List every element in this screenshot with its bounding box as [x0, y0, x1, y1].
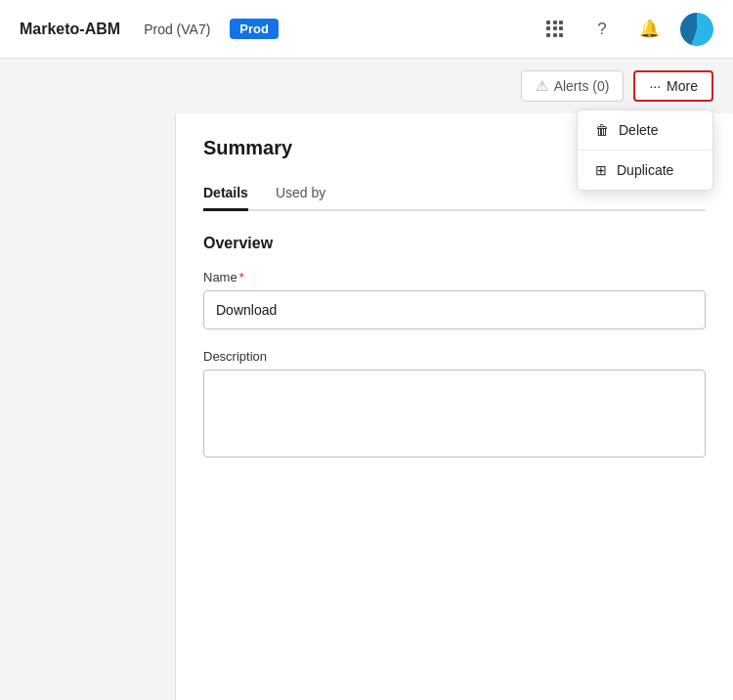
- name-field-group: Name*: [203, 270, 706, 349]
- alerts-label: Alerts (0): [554, 78, 610, 94]
- warning-icon: ⚠: [536, 77, 548, 95]
- description-input[interactable]: [203, 370, 706, 458]
- sidebar: [0, 113, 176, 700]
- ellipsis-icon: ···: [649, 78, 661, 94]
- tab-used-by-label: Used by: [276, 185, 325, 200]
- brand-label: Marketo-ABM: [20, 21, 120, 38]
- duplicate-menu-item[interactable]: ⊞ Duplicate: [578, 151, 712, 190]
- more-dropdown-menu: 🗑 Delete ⊞ Duplicate: [577, 109, 713, 191]
- overview-section: Overview Name* Description: [203, 235, 706, 461]
- env-label: Prod (VA7): [144, 22, 210, 37]
- trash-icon: 🗑: [595, 122, 609, 138]
- name-label: Name*: [203, 270, 706, 284]
- more-label: More: [667, 78, 698, 94]
- help-icon[interactable]: ?: [586, 14, 618, 45]
- duplicate-icon: ⊞: [595, 162, 607, 178]
- tab-used-by[interactable]: Used by: [276, 177, 325, 211]
- main-content: Summary Details Used by Overview Name* D…: [0, 113, 733, 700]
- required-star: *: [239, 270, 244, 284]
- delete-menu-item[interactable]: 🗑 Delete: [578, 110, 712, 150]
- name-input[interactable]: [203, 290, 706, 329]
- overview-title: Overview: [203, 235, 706, 252]
- tab-details-label: Details: [203, 185, 248, 200]
- navbar: Marketo-ABM Prod (VA7) Prod ? 🔔: [0, 0, 733, 59]
- toolbar: ⚠ Alerts (0) ··· More 🗑 Delete ⊞ Duplica…: [0, 59, 733, 113]
- prod-badge[interactable]: Prod: [230, 19, 279, 39]
- description-label: Description: [203, 349, 706, 364]
- delete-label: Delete: [619, 122, 658, 138]
- more-button[interactable]: ··· More: [633, 70, 713, 102]
- alerts-button[interactable]: ⚠ Alerts (0): [521, 70, 625, 102]
- bell-icon[interactable]: 🔔: [633, 14, 665, 45]
- avatar[interactable]: [680, 13, 713, 46]
- content-panel: Summary Details Used by Overview Name* D…: [176, 113, 733, 700]
- description-field-group: Description: [203, 349, 706, 461]
- grid-icon[interactable]: [539, 14, 571, 45]
- tab-details[interactable]: Details: [203, 177, 248, 211]
- duplicate-label: Duplicate: [617, 162, 673, 178]
